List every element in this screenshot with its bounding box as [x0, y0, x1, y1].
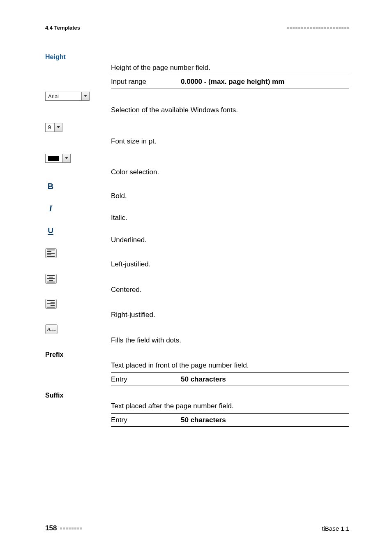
footer-ornament — [60, 527, 82, 530]
align-left-button[interactable] — [45, 248, 57, 258]
suffix-spec-row: Entry 50 characters — [111, 413, 349, 427]
italic-row: I Italic. — [45, 204, 349, 223]
align-center-icon — [47, 275, 55, 282]
suffix-spec-key: Entry — [111, 415, 181, 426]
align-right-icon — [47, 300, 55, 308]
fill-dots-row: A..... Fills the field with dots. — [45, 324, 349, 346]
font-color-select[interactable] — [45, 154, 71, 163]
align-center-description: Centered. — [111, 284, 349, 295]
prefix-spec-value: 50 characters — [181, 374, 349, 385]
font-family-value: Arial — [46, 93, 81, 99]
align-center-button[interactable] — [45, 274, 57, 284]
prefix-label: Prefix — [45, 351, 63, 358]
suffix-spec-value: 50 characters — [181, 415, 349, 426]
align-right-description: Right-justified. — [111, 310, 349, 320]
document-name: tiBase 1.1 — [322, 525, 349, 532]
page-number: 158 — [45, 524, 57, 532]
italic-icon: I — [49, 204, 52, 214]
align-right-row: Right-justified. — [45, 299, 349, 320]
font-size-select[interactable]: 9 — [45, 123, 62, 132]
fill-dots-button[interactable]: A..... — [45, 324, 58, 334]
svg-marker-2 — [65, 157, 68, 159]
svg-marker-1 — [57, 126, 60, 128]
align-left-description: Left-justified. — [111, 259, 349, 270]
underline-button[interactable]: U — [45, 226, 56, 236]
prefix-spec-key: Entry — [111, 374, 181, 385]
align-left-icon — [47, 250, 55, 257]
align-right-button[interactable] — [45, 299, 57, 309]
font-color-row: Color selection. — [45, 154, 349, 178]
italic-description: Italic. — [111, 213, 349, 223]
height-description: Height of the page number field. — [111, 53, 349, 73]
font-family-description: Selection of the available Windows fonts… — [111, 105, 349, 116]
svg-marker-0 — [84, 95, 87, 97]
underline-icon: U — [48, 226, 53, 235]
align-left-row: Left-justified. — [45, 248, 349, 270]
bold-button[interactable]: B — [45, 182, 56, 192]
height-spec-value: 0.0000 - (max. page height) mm — [181, 76, 349, 87]
prefix-row: Prefix Text placed in front of the page … — [45, 351, 349, 386]
fill-dots-icon: A..... — [47, 326, 55, 333]
font-color-description: Color selection. — [111, 167, 349, 178]
prefix-spec-row: Entry 50 characters — [111, 372, 349, 386]
bold-row: B Bold. — [45, 182, 349, 201]
underline-description: Underlined. — [111, 235, 349, 245]
suffix-label: Suffix — [45, 392, 63, 399]
bold-description: Bold. — [111, 191, 349, 201]
prefix-description: Text placed in front of the page number … — [111, 351, 349, 371]
font-size-description: Font size in pt. — [111, 136, 349, 147]
font-family-select[interactable]: Arial — [45, 92, 90, 101]
height-spec-key: Input range — [111, 76, 181, 87]
font-row: Arial Selection of the available Windows… — [45, 92, 349, 116]
align-center-row: Centered. — [45, 274, 349, 295]
bold-icon: B — [48, 182, 53, 191]
height-row: Height Height of the page number field. … — [45, 53, 349, 88]
suffix-description: Text placed after the page number field. — [111, 392, 349, 412]
suffix-row: Suffix Text placed after the page number… — [45, 392, 349, 427]
page-footer: 158 tiBase 1.1 — [45, 524, 349, 532]
height-label: Height — [45, 53, 66, 61]
page-header: 4.4 Templates — [45, 25, 349, 31]
underline-row: U Underlined. — [45, 226, 349, 245]
height-spec-row: Input range 0.0000 - (max. page height) … — [111, 75, 349, 89]
chevron-down-icon — [62, 154, 70, 162]
italic-button[interactable]: I — [45, 204, 56, 213]
fill-dots-description: Fills the field with dots. — [111, 335, 349, 346]
section-path: 4.4 Templates — [45, 25, 80, 31]
chevron-down-icon — [54, 123, 62, 132]
color-swatch-icon — [48, 156, 59, 161]
font-size-row: 9 Font size in pt. — [45, 123, 349, 147]
font-size-value: 9 — [46, 124, 54, 130]
chevron-down-icon — [81, 92, 89, 100]
header-ornament — [287, 27, 349, 29]
